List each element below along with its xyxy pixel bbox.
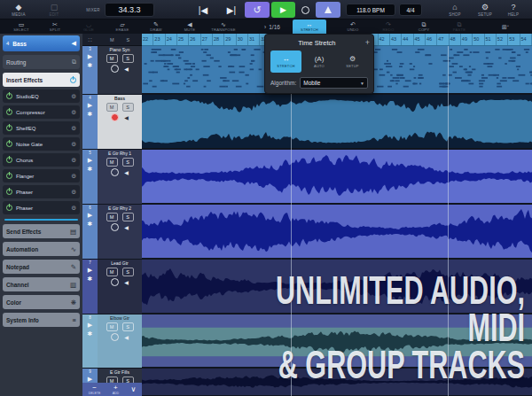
time-signature-display[interactable]: 4/4 <box>399 4 422 16</box>
setup-button[interactable]: ⚙ SETUP <box>470 0 500 19</box>
track-sort-icon[interactable]: ∷ <box>82 36 98 43</box>
mute-button[interactable]: M <box>106 158 118 167</box>
sidebar-button-channel[interactable]: Channel▥ <box>3 277 80 291</box>
power-icon[interactable] <box>6 125 12 131</box>
tool-redo[interactable]: ↷REDO <box>372 19 404 34</box>
track-strip[interactable]: 6▶✱ <box>82 205 98 259</box>
tool-+[interactable]: ⊞+ <box>489 19 521 34</box>
gear-icon[interactable]: ⚙ <box>71 157 76 164</box>
track-row-e-gtr-rhy-2[interactable]: 6▶✱E Gtr Rhy 2MS◀ <box>82 205 142 260</box>
track-freeze-icon[interactable]: ✱ <box>88 62 93 69</box>
track-strip[interactable]: 3▶✱ <box>82 46 98 94</box>
power-icon[interactable] <box>6 173 12 179</box>
audio-region-e-gtr-rhy-2[interactable] <box>142 205 532 260</box>
track-freeze-icon[interactable]: ✱ <box>88 276 93 283</box>
cycle-button[interactable]: ↺ <box>245 2 270 18</box>
algorithm-dropdown[interactable]: Mobile ▼ <box>300 77 368 89</box>
track-monitor-icon[interactable]: ▶ <box>88 53 92 60</box>
tool-draw[interactable]: ✎DRAW <box>140 19 172 34</box>
sidebar-button-notepad[interactable]: Notepad✎ <box>3 260 80 274</box>
insert-effects-button[interactable]: Insert Effects <box>3 73 80 87</box>
gear-icon[interactable]: ⚙ <box>71 189 76 196</box>
gear-icon[interactable]: ⚙ <box>71 109 76 116</box>
solo-button[interactable]: S <box>122 268 134 276</box>
track-strip[interactable]: 7▶✱ <box>82 260 98 314</box>
record-arm-button[interactable] <box>111 223 119 231</box>
mute-button[interactable]: M <box>106 322 118 331</box>
track-row-e-gtr-rhy-1[interactable]: 5▶✱E Gtr Rhy 1MS◀ <box>82 150 142 205</box>
power-icon[interactable] <box>6 141 12 147</box>
track-strip[interactable]: 4▶✱ <box>82 95 98 149</box>
track-monitor-icon[interactable]: ▶ <box>88 102 92 109</box>
effect-slot-chorus[interactable]: Chorus⚙ <box>3 153 80 167</box>
mute-button[interactable]: M <box>106 54 118 63</box>
track-freeze-icon[interactable]: ✱ <box>88 221 93 228</box>
track-row-lead-gtr[interactable]: 7▶✱Lead GtrMS◀ <box>82 260 142 314</box>
track-monitor-icon[interactable]: ▶ <box>88 376 92 383</box>
track-freeze-icon[interactable]: ✱ <box>88 111 93 118</box>
tool-select[interactable]: ▭SELECT <box>5 19 37 34</box>
gear-icon[interactable]: ⚙ <box>71 93 76 100</box>
sidebar-button-automation[interactable]: Automation∿ <box>3 242 80 256</box>
edit-button[interactable]: ▢ EDIT <box>39 0 69 19</box>
record-arm-button[interactable] <box>111 333 119 341</box>
gear-icon[interactable]: ⚙ <box>71 205 76 212</box>
power-icon[interactable] <box>6 93 12 99</box>
effect-slot-phaser[interactable]: Phaser⚙ <box>3 201 80 214</box>
collapse-track-button[interactable]: ∨ <box>130 383 136 396</box>
mixer-button[interactable]: MIXER <box>78 0 108 19</box>
help-button[interactable]: ? HELP <box>498 0 528 19</box>
skip-forward-button[interactable]: ▶| <box>220 4 243 17</box>
track-monitor-icon[interactable]: ▶ <box>88 267 92 274</box>
pin-icon[interactable]: + <box>365 38 370 47</box>
shop-button[interactable]: ⌂ SHOP <box>440 0 470 19</box>
speaker-icon[interactable]: ◀ <box>124 334 129 340</box>
stretch-mode-button[interactable]: ↔ STRETCH <box>270 50 301 73</box>
mute-button[interactable]: M <box>106 103 118 112</box>
record-arm-button[interactable] <box>111 113 119 121</box>
track-row-piano-syn[interactable]: 3▶✱Piano SynMS◀ <box>82 46 142 95</box>
record-arm-button[interactable] <box>111 168 119 176</box>
play-button[interactable]: ▶ <box>271 2 295 18</box>
power-icon[interactable] <box>6 205 12 211</box>
speaker-icon[interactable]: ◀ <box>124 169 129 175</box>
stretch-tool-button[interactable]: ↔ STRETCH <box>293 19 326 34</box>
track-row-bass[interactable]: 4▶✱BassMS◀ <box>82 95 142 150</box>
skip-back-button[interactable]: |◀ <box>192 4 215 17</box>
add-track-button[interactable]: +ADD <box>113 383 119 396</box>
effect-slot-shelfeq[interactable]: ShelfEQ⚙ <box>3 121 80 135</box>
gear-icon[interactable]: ⚙ <box>71 173 76 180</box>
speaker-icon[interactable]: ◀ <box>124 224 129 230</box>
tool-undo[interactable]: ↶UNDO <box>337 19 369 34</box>
solo-button[interactable]: S <box>122 213 134 221</box>
tool-copy[interactable]: ⧉COPY <box>408 19 440 34</box>
tool-mute[interactable]: ◀MUTE <box>174 19 206 34</box>
metronome-button[interactable] <box>316 2 340 18</box>
track-monitor-icon[interactable]: ▶ <box>88 212 92 219</box>
speaker-icon[interactable]: ◀ <box>124 114 129 120</box>
effect-slot-phaser[interactable]: Phaser⚙ <box>3 185 80 198</box>
track-freeze-icon[interactable]: ✱ <box>88 330 93 338</box>
global-solo-indicator[interactable]: S <box>126 37 129 43</box>
speaker-icon[interactable]: ◀ <box>124 66 129 72</box>
inspector-track-header[interactable]: 4 Bass ◀ <box>3 35 80 51</box>
routing-button[interactable]: Routing ⧉ <box>3 55 80 69</box>
tool-split[interactable]: ✂SPLIT <box>39 19 71 34</box>
power-icon[interactable] <box>6 109 12 115</box>
solo-button[interactable]: S <box>122 103 134 112</box>
tool-paste[interactable]: ⧉PASTE <box>443 19 475 34</box>
track-freeze-icon[interactable]: ✱ <box>88 166 93 173</box>
solo-button[interactable]: S <box>122 158 134 167</box>
auto-mode-button[interactable]: (A) AUTO <box>304 50 335 73</box>
collapse-inspector-icon[interactable]: ◀ <box>72 40 76 47</box>
solo-button[interactable]: S <box>122 322 134 331</box>
effect-slot-compressor[interactable]: Compressor⚙ <box>3 105 80 119</box>
time-position-display[interactable]: 34.3.3 <box>105 3 154 17</box>
delete-track-button[interactable]: −DELETE <box>89 383 101 396</box>
track-monitor-icon[interactable]: ▶ <box>88 322 92 329</box>
audio-region-e-gtr-rhy-1[interactable] <box>142 150 532 205</box>
speaker-icon[interactable]: ◀ <box>124 279 129 285</box>
power-icon[interactable] <box>6 189 12 195</box>
effect-slot-noise-gate[interactable]: Noise Gate⚙ <box>3 137 80 151</box>
effect-slot-studioeq[interactable]: StudioEQ⚙ <box>3 89 80 103</box>
